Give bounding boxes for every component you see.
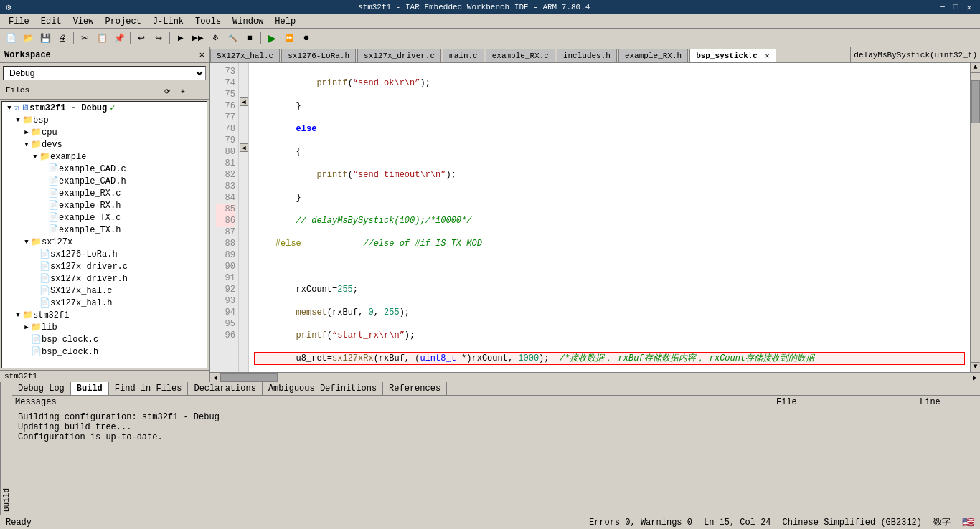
tree-example-tx-h[interactable]: 📄 example_TX.h [2, 224, 207, 236]
build-btn1[interactable]: ▶ [173, 30, 189, 46]
build-btn2[interactable]: ▶▶ [190, 30, 206, 46]
menu-tools[interactable]: Tools [189, 15, 227, 28]
code-line-83: memset(rxBuf, 0, 255); [255, 307, 964, 318]
tab-example-rx-h[interactable]: example_RX.h [618, 49, 688, 62]
menu-help[interactable]: Help [269, 15, 301, 28]
tab-sx1276-lora[interactable]: sx1276-LoRa.h [281, 49, 356, 62]
tree-label-lib: lib [42, 323, 57, 333]
build-btn3[interactable]: ⚙ [207, 30, 223, 46]
sep3 [169, 32, 170, 44]
menu-file[interactable]: File [3, 15, 35, 28]
bottom-tab-declarations[interactable]: Declarations [188, 382, 262, 395]
close-button[interactable]: ✕ [963, 3, 974, 12]
tab-bsp-systick[interactable]: bsp_systick.c ✕ [689, 49, 776, 62]
bottom-tab-ambiguous[interactable]: Ambiguous Definitions [263, 382, 383, 395]
tree-bsp[interactable]: ▼ 📁 bsp [2, 114, 207, 126]
toolbar: 📄 📂 💾 🖨 ✂ 📋 📌 ↩ ↪ ▶ ▶▶ ⚙ 🔨 ⏹ ▶ ⏩ ⏺ [0, 29, 980, 47]
tree-root[interactable]: ▼ ☑ 🖥 stm32f1 - Debug ✓ [2, 102, 207, 114]
code-content[interactable]: printf(“send ok\r\n”); } else { printf(“… [249, 63, 970, 372]
tree-example-rx-c[interactable]: 📄 example_RX.c [2, 187, 207, 199]
file-tree[interactable]: ▼ ☑ 🖥 stm32f1 - Debug ✓ ▼ 📁 bsp ▶ 📁 cpu [1, 101, 207, 368]
tab-close-button[interactable]: ✕ [765, 52, 770, 60]
menu-project[interactable]: Project [99, 15, 146, 28]
minimize-button[interactable]: ─ [937, 3, 948, 12]
debug-btn3[interactable]: ⏺ [298, 30, 314, 46]
open-button[interactable]: 📂 [20, 30, 36, 46]
tree-example-rx-h[interactable]: 📄 example_RX.h [2, 199, 207, 211]
hscroll-track[interactable] [220, 373, 970, 383]
menu-edit[interactable]: Edit [35, 15, 67, 28]
ws-btn-refresh[interactable]: ⟳ [160, 85, 174, 97]
print-button[interactable]: 🖨 [55, 30, 70, 46]
bottom-tab-debuglog[interactable]: Debug Log [12, 382, 71, 395]
undo-button[interactable]: ↩ [133, 30, 149, 46]
breakpoint-79[interactable]: ◀ [240, 143, 248, 152]
tab-example-rx-c[interactable]: example_RX.c [486, 49, 555, 62]
hscroll-left-button[interactable]: ◀ [210, 373, 220, 382]
vscroll-track[interactable] [971, 73, 980, 362]
expand-icon-cpu: ▶ [22, 128, 31, 136]
tab-main[interactable]: main.c [443, 49, 484, 62]
tree-devs[interactable]: ▼ 📁 devs [2, 138, 207, 151]
tree-sx127x-driver-c[interactable]: 📄 sx127x_driver.c [2, 260, 207, 272]
tab-sx127x-hal[interactable]: SX127x_hal.c [210, 49, 280, 62]
new-button[interactable]: 📄 [3, 30, 19, 46]
breakpoint-76[interactable]: ◀ [240, 97, 248, 106]
ln-78: 78 [216, 123, 235, 135]
menu-jlink[interactable]: J-Link [147, 15, 189, 28]
tab-sx127x-driver[interactable]: sx127x_driver.c [357, 49, 441, 62]
ws-btn-expand[interactable]: + [176, 85, 190, 97]
copy-button[interactable]: 📋 [94, 30, 110, 46]
tree-sx127x[interactable]: ▼ 📁 sx127x [2, 236, 207, 248]
build-btn4[interactable]: 🔨 [225, 30, 240, 46]
build-btn5[interactable]: ⏹ [242, 30, 258, 46]
paste-button[interactable]: 📌 [111, 30, 127, 46]
tree-stm32f1-grp[interactable]: ▼ 📁 stm32f1 [2, 309, 207, 321]
tab-bar-main: SX127x_hal.c sx1276-LoRa.h sx127x_driver… [210, 47, 850, 62]
tab-includes[interactable]: includes.h [557, 49, 617, 62]
save-button[interactable]: 💾 [37, 30, 53, 46]
status-ln-col: Ln 15, Col 24 [704, 518, 771, 528]
tree-sx127x-driver-h[interactable]: 📄 sx127x_driver.h [2, 272, 207, 285]
maximize-button[interactable]: □ [951, 3, 961, 12]
bottom-tab-references[interactable]: References [383, 382, 447, 395]
file-icon-c5: 📄 [39, 285, 50, 296]
tree-bsp-clock-h[interactable]: 📄 bsp_clock.h [2, 345, 207, 358]
menu-window[interactable]: Window [227, 15, 269, 28]
tree-example-cad-h[interactable]: 📄 example_CAD.h [2, 175, 207, 187]
workspace-config-dropdown[interactable]: Debug [3, 66, 206, 80]
horizontal-scrollbar[interactable]: ◀ ▶ [210, 372, 980, 382]
tree-sx127x-hal-h[interactable]: 📄 sx127x_hal.h [2, 297, 207, 309]
vscroll-up-button[interactable]: ▲ [971, 63, 980, 73]
title-bar-controls: ─ □ ✕ [937, 3, 974, 12]
hscroll-right-button[interactable]: ▶ [970, 373, 980, 382]
vertical-scrollbar[interactable]: ▲ ▼ [970, 63, 980, 372]
cut-button[interactable]: ✂ [77, 30, 93, 46]
tree-sx1276-lora-h[interactable]: 📄 sx1276-LoRa.h [2, 248, 207, 260]
ws-btn-collapse[interactable]: - [192, 85, 206, 97]
hscroll-thumb[interactable] [220, 373, 278, 382]
bottom-side-label[interactable]: Build [0, 382, 12, 515]
tree-sx127x-hal-c[interactable]: 📄 SX127x_hal.c [2, 285, 207, 297]
tree-lib[interactable]: ▶ 📁 lib [2, 321, 207, 333]
file-icon-c2: 📄 [48, 188, 59, 199]
folder-icon-example: 📁 [39, 151, 50, 162]
vscroll-thumb[interactable] [971, 80, 980, 123]
tree-cpu[interactable]: ▶ 📁 cpu [2, 126, 207, 138]
vscroll-down-button[interactable]: ▼ [971, 362, 980, 372]
bottom-tab-build[interactable]: Build [71, 382, 109, 395]
tree-example-cad-c[interactable]: 📄 example_CAD.c [2, 163, 207, 175]
menu-view[interactable]: View [67, 15, 100, 28]
tree-example-tx-c[interactable]: 📄 example_TX.c [2, 211, 207, 224]
tree-label-sx1276: sx1276-LoRa.h [50, 249, 118, 259]
bottom-tab-findinfiles[interactable]: Find in Files [109, 382, 189, 395]
workspace-close-button[interactable]: ✕ [199, 49, 204, 60]
bottom-messages-area[interactable]: Building configuration: stm32f1 - Debug … [12, 409, 980, 515]
debug-btn2[interactable]: ⏩ [281, 30, 297, 46]
tree-example[interactable]: ▼ 📁 example [2, 151, 207, 163]
debug-btn1[interactable]: ▶ [264, 30, 280, 46]
folder-icon-bsp: 📁 [22, 115, 33, 125]
file-icon-h6: 📄 [39, 297, 50, 308]
redo-button[interactable]: ↪ [151, 30, 166, 46]
tree-bsp-clock-c[interactable]: 📄 bsp_clock.c [2, 333, 207, 345]
